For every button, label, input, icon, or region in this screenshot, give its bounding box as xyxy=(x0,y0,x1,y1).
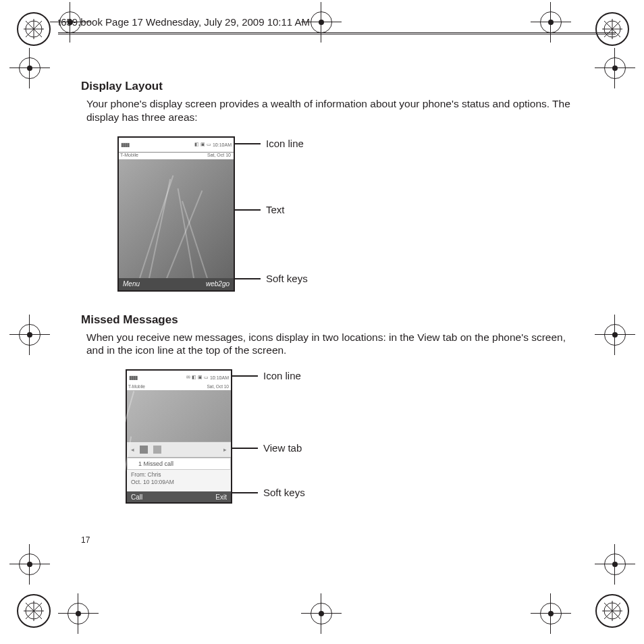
callout-icon-line: Icon line xyxy=(263,370,301,381)
carrier-label: T-Mobile xyxy=(119,153,138,157)
chevron-left-icon: ◂ xyxy=(131,446,134,453)
callout-soft-keys: Soft keys xyxy=(266,273,308,284)
leader-line xyxy=(234,278,261,279)
body-text: When you receive new messages, icons dis… xyxy=(86,331,574,358)
chevron-right-icon: ▸ xyxy=(223,446,227,453)
leader-line xyxy=(231,492,258,493)
softkey-right: web2go xyxy=(206,280,230,288)
figure-display-layout: ▮▮▮▮ ◧ ▣ ▭ 10:10AM T-Mobile Sat, Oct 10 … xyxy=(117,136,574,294)
tab-icon xyxy=(153,446,161,454)
leader-line xyxy=(234,143,261,144)
section-title-display-layout: Display Layout xyxy=(81,80,574,93)
callout-view-tab: View tab xyxy=(263,442,302,454)
date-label: Sat, Oct 10 xyxy=(207,153,231,157)
rule xyxy=(58,34,616,34)
crop-mark xyxy=(68,603,89,624)
softkey-left: Call xyxy=(131,493,142,501)
callout-icon-line: Icon line xyxy=(266,138,304,149)
missed-call-detail: From: Chris Oct. 10 10:09AM xyxy=(127,470,231,491)
phone-wallpaper xyxy=(127,390,231,441)
crop-mark xyxy=(19,57,41,79)
phone-mockup: ▮▮▮▮ ✉ ◧ ▣ ▭ 10:10AM T-Mobile Sat, Oct 1… xyxy=(126,369,232,504)
phone-view-tab: ◂ ▸ xyxy=(127,441,231,458)
phone-time: 10:10AM xyxy=(210,375,229,380)
crop-mark xyxy=(604,324,626,346)
phone-softkey-bar: Menu web2go xyxy=(119,278,234,290)
date-label: Sat, Oct 10 xyxy=(207,384,229,389)
phone-carrier-date: T-Mobile Sat, Oct 10 xyxy=(127,384,231,390)
phone-time: 10:10AM xyxy=(213,142,232,147)
missed-call-row: 1 Missed call xyxy=(127,458,231,470)
crop-mark xyxy=(604,57,626,79)
phone-icon-line: ▮▮▮▮ ✉ ◧ ▣ ▭ 10:10AM xyxy=(127,371,231,384)
crop-mark xyxy=(311,603,332,624)
missed-time: Oct. 10 10:09AM xyxy=(131,479,227,485)
tab-icon xyxy=(140,446,148,454)
leader-line xyxy=(231,448,258,449)
softkey-left: Menu xyxy=(123,280,140,288)
running-header: t659.book Page 17 Wednesday, July 29, 20… xyxy=(58,16,310,28)
phone-carrier-date: T-Mobile Sat, Oct 10 xyxy=(119,153,234,159)
registration-mark xyxy=(595,12,629,46)
crop-mark xyxy=(604,554,626,575)
signal-icon: ▮▮▮▮ xyxy=(121,142,129,148)
callout-soft-keys: Soft keys xyxy=(263,487,305,498)
carrier-label: T-Mobile xyxy=(127,384,145,389)
leader-line xyxy=(231,375,258,377)
registration-mark xyxy=(17,594,51,628)
callout-text: Text xyxy=(266,204,285,215)
phone-icon-line: ▮▮▮▮ ◧ ▣ ▭ 10:10AM xyxy=(119,138,234,153)
page-number: 17 xyxy=(81,535,90,545)
body-text: Your phone's display screen provides a w… xyxy=(86,97,574,124)
crop-mark xyxy=(19,324,41,346)
signal-icon: ▮▮▮▮ xyxy=(129,375,137,381)
softkey-right: Exit xyxy=(215,493,227,501)
section-title-missed-messages: Missed Messages xyxy=(81,313,574,327)
leader-line xyxy=(234,209,261,211)
figure-missed-messages: ▮▮▮▮ ✉ ◧ ▣ ▭ 10:10AM T-Mobile Sat, Oct 1… xyxy=(126,369,574,512)
phone-mockup: ▮▮▮▮ ◧ ▣ ▭ 10:10AM T-Mobile Sat, Oct 10 … xyxy=(117,136,235,292)
status-icons: ◧ ▣ ▭ xyxy=(194,142,211,147)
phone-softkey-bar: Call Exit xyxy=(127,491,231,502)
crop-mark xyxy=(540,11,562,33)
phone-wallpaper xyxy=(119,159,234,278)
crop-mark xyxy=(311,11,332,33)
content-area: Display Layout Your phone's display scre… xyxy=(81,80,574,512)
registration-mark xyxy=(17,12,51,46)
registration-mark xyxy=(595,594,629,628)
crop-mark xyxy=(540,603,562,624)
rule xyxy=(58,32,616,33)
crop-mark xyxy=(19,554,41,575)
missed-from: From: Chris xyxy=(131,471,227,478)
status-icons: ✉ ◧ ▣ ▭ xyxy=(186,375,209,380)
